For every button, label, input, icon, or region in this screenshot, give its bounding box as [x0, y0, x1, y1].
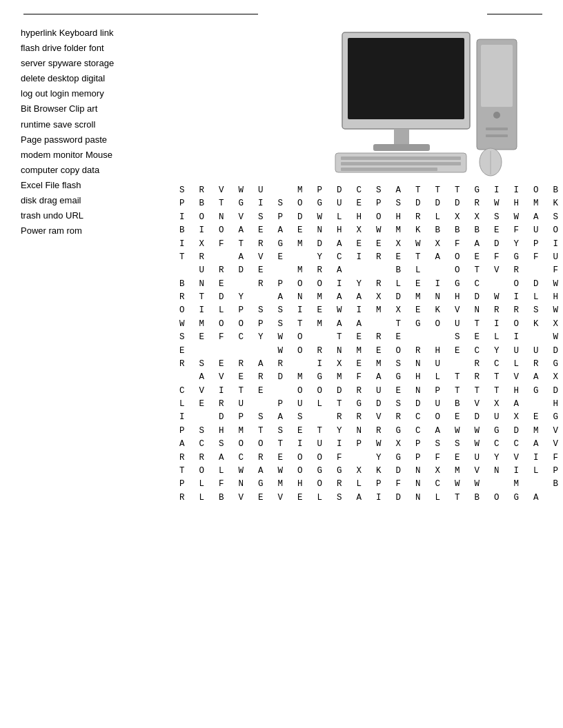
name-underline [23, 14, 258, 14]
puzzle-row: I D P S A S R R V R C O E D U X E G D L … [179, 411, 563, 424]
puzzle-row: O I L P S S I E W I M X E K V N R R S W … [179, 304, 563, 317]
header [21, 14, 542, 14]
word-list-item: modem monitor Mouse [21, 148, 172, 163]
word-list-item: computer copy data [21, 163, 172, 178]
puzzle-row: S R V W U M P D C S A T T T G I I O B G … [179, 184, 563, 197]
puzzle-row: L E R U P U L T G D S D U B V X A H H I … [179, 398, 563, 411]
word-list-item: disk drag email [21, 193, 172, 208]
svg-rect-1 [348, 38, 464, 119]
word-list-item: Power ram rom [21, 223, 172, 239]
puzzle-row: U R D E M R A B L O T V R F R H [179, 264, 563, 277]
name-field [21, 14, 258, 14]
puzzle-row: A C S O O T I U I P W X P S S W C C A V … [179, 438, 563, 451]
puzzle-row: P B T G I S O G U E P S D D D R W H M K … [179, 197, 563, 210]
word-list-item: Excel File flash [21, 178, 172, 193]
puzzle-row: R L B V E V E L S A I D N L T B O G A K … [179, 492, 563, 505]
svg-rect-10 [341, 156, 461, 160]
svg-rect-3 [373, 144, 430, 151]
word-list-item: hyperlink Keyboard link [21, 26, 172, 41]
word-list-item: server spyware storage [21, 56, 172, 71]
puzzle-grid: S R V W U M P D C S A T T T G I I O B G … [179, 184, 563, 505]
content-area: hyperlink Keyboard linkflash drive folde… [21, 26, 542, 505]
puzzle-row: R T D Y A N M A A X D M N H D W I L H O … [179, 291, 563, 304]
puzzle-row: S E F C Y W O T E R E S E L I W E E T [179, 331, 563, 344]
svg-rect-11 [341, 162, 461, 165]
word-list-item: runtime save scroll [21, 117, 172, 132]
svg-rect-8 [486, 134, 508, 137]
puzzle-row: E W O R N M E O R H E C Y U U D F E K O … [179, 345, 563, 358]
svg-rect-7 [486, 128, 508, 130]
word-list: hyperlink Keyboard linkflash drive folde… [21, 26, 172, 505]
svg-rect-2 [394, 129, 409, 146]
puzzle-row: R R A C R E O O F Y G P F E U Y V I F C … [179, 452, 563, 465]
word-list-item: log out login memory [21, 86, 172, 101]
right-section: S R V W U M P D C S A T T T G I I O B G … [172, 26, 563, 505]
svg-rect-12 [341, 168, 437, 171]
puzzle-row: B I O A E A E N H X W M K B B B E F U O … [179, 224, 563, 237]
puzzle-row: I X F T R G M D A E E X W X F A D Y P I … [179, 238, 563, 251]
svg-rect-5 [481, 45, 513, 107]
puzzle-row: W M O O P S T M A A T G O U T I O K X U … [179, 318, 563, 331]
word-list-item: Bit Browser Clip art [21, 101, 172, 117]
puzzle-row: R S E R A R I X E M S N U R C L R G M P … [179, 358, 563, 371]
date-field [484, 14, 542, 14]
puzzle-row: B N E R P O O I Y R L E I G C O D W D A … [179, 278, 563, 291]
computer-image [328, 26, 522, 177]
word-list-item: delete desktop digital [21, 71, 172, 86]
svg-point-6 [493, 112, 500, 119]
puzzle-row: P S H M T S E T Y N R G C A W W G D M V … [179, 425, 563, 438]
word-list-item: trash undo URL [21, 208, 172, 223]
puzzle-row: A V E R D M G M F A G H L T R T V A X U … [179, 371, 563, 384]
puzzle-row: P L F N G M H O R L P F N C W W M B N H … [179, 478, 563, 491]
word-list-item: flash drive folder font [21, 41, 172, 56]
word-list-item: Page password paste [21, 132, 172, 148]
puzzle-area: S R V W U M P D C S A T T T G I I O B G … [172, 184, 563, 505]
date-underline [487, 14, 542, 14]
puzzle-row: T O L W A W O G G X K D N X M V N I L P … [179, 465, 563, 478]
puzzle-row: T R A V E Y C I R E T A O E F G F U P D … [179, 251, 563, 264]
puzzle-row: C V I T E O O D R U E N P T T T H G D T … [179, 385, 563, 398]
puzzle-row: I O N V S P D W L H O H R L X X S W A S … [179, 211, 563, 224]
